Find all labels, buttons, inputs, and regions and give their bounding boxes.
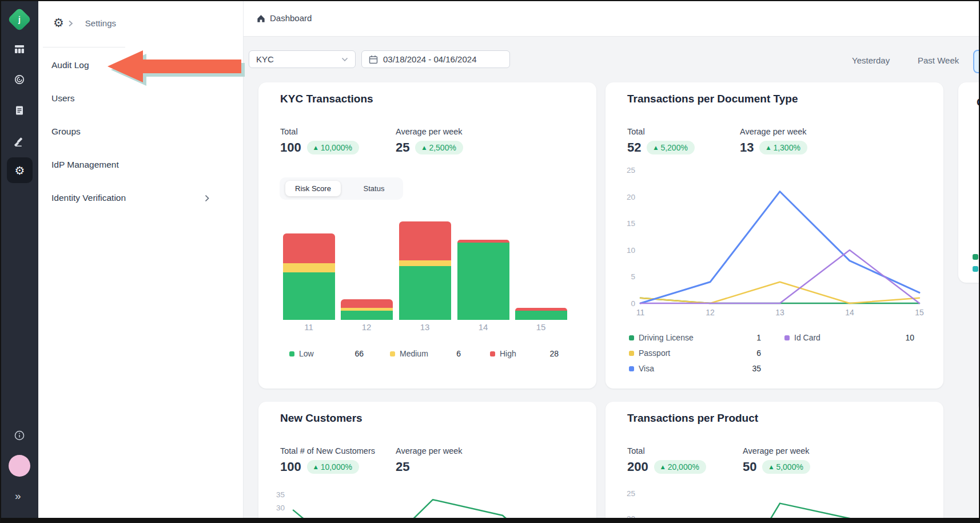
date-range-value: 03/18/2024 - 04/16/2024 <box>383 54 476 64</box>
card-title-fragment: C <box>977 96 980 109</box>
app-logo[interactable]: j <box>7 7 31 31</box>
card-title: Transactions per Product <box>627 412 758 425</box>
x-axis-label: 15 <box>524 322 558 332</box>
range-yesterday-button[interactable]: Yesterday <box>852 56 890 65</box>
delta-badge: ▲5,000% <box>762 460 810 474</box>
filter-value: KYC <box>256 54 274 64</box>
settings-sidebar: ⚙ Settings Audit Log Users Groups IdP Ma… <box>38 1 244 522</box>
info-icon[interactable] <box>14 430 25 441</box>
sidebar-item-audit-log[interactable]: Audit Log <box>51 60 223 71</box>
up-triangle-icon: ▲ <box>766 145 770 150</box>
legend-dot-green <box>629 335 634 340</box>
bar-segment-high <box>283 233 335 263</box>
up-triangle-icon: ▲ <box>769 464 773 470</box>
legend-item-medium: Medium 6 <box>390 349 461 358</box>
divider <box>43 47 125 47</box>
bar-segment-medium <box>283 263 335 272</box>
bar-segment-medium <box>341 308 393 311</box>
sidebar-header: ⚙ Settings <box>53 17 116 29</box>
bar-segment-medium <box>399 260 451 266</box>
x-axis-label: 11 <box>636 308 645 317</box>
card-new-customers: New Customers Total # of New Customers 1… <box>258 402 596 523</box>
activity-icon[interactable] <box>14 74 25 85</box>
y-axis-tick: 25 <box>627 166 635 175</box>
window-bottom-border <box>1 518 979 522</box>
card-transactions-per-product: Transactions per Product Total 200 ▲20,0… <box>605 402 943 523</box>
date-range-picker[interactable]: 03/18/2024 - 04/16/2024 <box>361 50 510 68</box>
sidebar-item-groups[interactable]: Groups <box>51 126 223 137</box>
logo-letter: j <box>11 11 28 28</box>
sidebar-item-identity-verification[interactable]: Identity Verification <box>51 192 223 204</box>
y-axis-tick: 10 <box>627 246 635 255</box>
topbar <box>244 1 979 37</box>
x-axis-label: 13 <box>775 308 784 317</box>
x-axis-label: 14 <box>466 322 500 332</box>
range-selected-button-clipped[interactable] <box>973 50 980 73</box>
calendar-icon <box>369 55 378 64</box>
stacked-bar-chart: 1112131415 <box>258 82 596 389</box>
dashboard-filter-select[interactable]: KYC <box>249 50 356 68</box>
bar-segment-high <box>515 308 567 311</box>
tables-icon[interactable] <box>14 44 25 54</box>
collapse-expand-icon[interactable]: » <box>15 490 20 502</box>
delta-badge: ▲1,300% <box>759 141 807 154</box>
legend-dot-green <box>289 351 294 356</box>
sidebar-item-idp-management[interactable]: IdP Management <box>51 159 223 171</box>
gear-icon: ⚙ <box>53 17 64 29</box>
bar-segment-high <box>341 299 393 308</box>
delta-badge: ▲20,000% <box>654 460 706 474</box>
delta-badge: ▲10,000% <box>307 460 359 474</box>
card-kyc-transactions: KYC Transactions Total 100 ▲10,000% Aver… <box>258 82 596 389</box>
bar-segment-low <box>283 272 335 320</box>
settings-gear-icon[interactable]: ⚙ <box>7 157 33 183</box>
chevron-right-icon <box>205 195 209 202</box>
legend-item-passport: Passport 6 <box>629 348 761 358</box>
nav-rail: j ⚙ » <box>1 1 38 522</box>
stat-average: Average per week 50 ▲5,000% <box>743 446 810 474</box>
breadcrumb: Dashboard <box>270 13 312 23</box>
y-axis-tick: 5 <box>631 272 635 281</box>
up-triangle-icon: ▲ <box>654 145 658 150</box>
home-icon[interactable] <box>256 14 266 26</box>
legend-dot-purple <box>784 335 790 340</box>
legend-dot-yellow <box>390 351 395 356</box>
legal-gavel-icon[interactable] <box>14 137 25 147</box>
x-axis-label: 12 <box>349 322 384 332</box>
document-icon[interactable] <box>14 105 25 116</box>
legend-item-high: High 28 <box>490 349 559 358</box>
y-axis-tick: 35 <box>276 490 285 499</box>
line-series-passport <box>640 282 919 303</box>
chevron-down-icon <box>341 57 348 62</box>
range-past-week-button[interactable]: Past Week <box>918 56 959 65</box>
x-axis-label: 15 <box>915 308 924 317</box>
card-title: New Customers <box>280 412 362 425</box>
card-clipped-right: C <box>958 82 980 283</box>
legend-item-low: Low 66 <box>289 349 364 358</box>
line-series-visa <box>640 192 919 303</box>
y-axis-tick: 25 <box>627 489 635 498</box>
x-axis-label: 11 <box>292 322 326 332</box>
legend-dot-red <box>490 351 495 356</box>
stat-average: Average per week 13 ▲1,300% <box>740 127 807 155</box>
bar-segment-high <box>399 221 451 260</box>
user-avatar[interactable] <box>9 455 30 477</box>
app-window: j ⚙ » ⚙ Settings Audit Log Users <box>0 0 980 523</box>
card-transactions-per-document-type: Transactions per Document Type Total 52 … <box>605 82 943 389</box>
legend-dot-blue <box>629 366 634 371</box>
sidebar-title: Settings <box>85 18 116 28</box>
legend-item-id-card: Id Card 10 <box>784 333 914 342</box>
y-axis-tick: 0 <box>631 299 635 308</box>
y-axis-tick: 20 <box>627 193 635 201</box>
card-clipped-bottom-right <box>978 402 980 523</box>
card-title: Transactions per Document Type <box>627 93 798 105</box>
legend-item-driving-license: Driving License 1 <box>629 333 761 342</box>
up-triangle-icon: ▲ <box>314 464 318 470</box>
bar-segment-low <box>341 311 393 320</box>
sidebar-item-users[interactable]: Users <box>51 93 223 104</box>
stat-total: Total 52 ▲5,200% <box>627 127 695 155</box>
x-axis-label: 13 <box>408 322 442 332</box>
legend-dot-teal <box>973 266 978 272</box>
bar-segment-high <box>457 240 509 243</box>
stat-total: Total # of New Customers 100 ▲10,000% <box>280 446 375 474</box>
legend-dot-green <box>973 254 978 260</box>
